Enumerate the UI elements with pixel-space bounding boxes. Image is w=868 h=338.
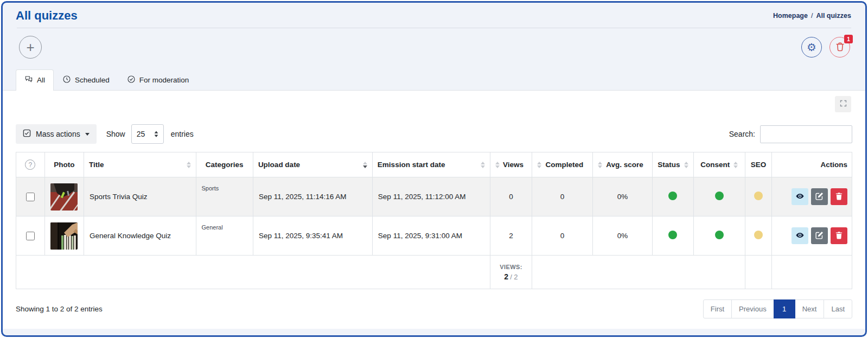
showing-entries-text: Showing 1 to 2 of 2 entries — [16, 305, 103, 313]
row-checkbox[interactable] — [26, 193, 35, 201]
help-icon[interactable]: ? — [25, 160, 35, 170]
sort-icon — [537, 162, 541, 168]
header-avg-score[interactable]: Avg. score — [592, 152, 653, 177]
row-actions — [792, 188, 847, 205]
quiz-upload-date: Sep 11, 2025, 9:35:41 AM — [253, 216, 372, 256]
quiz-category: Sports — [196, 177, 253, 216]
table-row: General Knowledge Quiz General Sep 11, 2… — [16, 216, 852, 256]
tab-for-moderation-label: For moderation — [139, 76, 189, 84]
sort-icon — [733, 162, 738, 168]
header-emission-start-date[interactable]: Emission start date — [372, 152, 490, 177]
quiz-views: 0 — [490, 177, 532, 216]
page-size-value: 25 — [137, 130, 145, 138]
quiz-views: 2 — [490, 216, 532, 256]
edit-button[interactable] — [811, 188, 828, 205]
edit-pencil-icon — [815, 231, 824, 241]
seo-indicator — [754, 231, 763, 239]
edit-pencil-icon — [815, 192, 824, 202]
breadcrumb-separator: / — [811, 12, 813, 20]
sort-icon — [598, 162, 602, 168]
pagination-last[interactable]: Last — [824, 299, 852, 318]
header-title[interactable]: Title — [84, 152, 196, 177]
show-label: Show — [106, 130, 125, 138]
pagination-first[interactable]: First — [703, 299, 732, 318]
header-categories: Categories — [196, 152, 253, 177]
quiz-category: General — [196, 216, 253, 256]
page-title: All quizzes — [16, 9, 78, 23]
tab-scheduled-label: Scheduled — [75, 76, 110, 84]
delete-button[interactable] — [831, 227, 847, 244]
pagination: First Previous 1 Next Last — [703, 299, 852, 318]
quiz-photo-general — [50, 222, 78, 250]
breadcrumb-home[interactable]: Homepage — [773, 12, 808, 20]
breadcrumb-current: All quizzes — [816, 12, 851, 20]
sort-icon — [481, 162, 485, 168]
quiz-title: General Knowledge Quiz — [84, 216, 196, 256]
pagination-page-1[interactable]: 1 — [774, 299, 795, 318]
quiz-completed: 0 — [532, 177, 593, 216]
eye-icon — [795, 192, 805, 202]
header-views[interactable]: Views — [490, 152, 532, 177]
trash-icon — [835, 41, 845, 53]
panel-tools — [16, 91, 852, 112]
tab-all[interactable]: All — [16, 69, 54, 91]
content-panel: Mass actions Show 25 entries Search: — [3, 90, 865, 329]
trash-count-badge: 1 — [844, 35, 853, 43]
quizzes-table: ? Photo Title Categories Upload date Emi… — [16, 152, 852, 289]
quiz-avg-score: 0% — [592, 177, 653, 216]
plus-icon: + — [26, 40, 34, 54]
table-row: Sports Trivia Quiz Sports Sep 11, 2025, … — [16, 177, 852, 216]
header-seo: SEO — [745, 152, 772, 177]
mass-actions-label: Mass actions — [36, 130, 80, 138]
delete-button[interactable] — [831, 188, 847, 205]
eye-icon — [795, 231, 805, 241]
trash-bin-button[interactable]: 1 — [829, 37, 850, 58]
checkbox-icon — [23, 129, 31, 139]
tab-scheduled[interactable]: Scheduled — [54, 69, 118, 91]
header-upload-date[interactable]: Upload date — [253, 152, 372, 177]
sort-icon — [187, 162, 191, 168]
header-completed[interactable]: Completed — [532, 152, 593, 177]
search-input[interactable] — [760, 125, 852, 143]
header-consent[interactable]: Consent — [693, 152, 745, 177]
add-quiz-button[interactable]: + — [19, 36, 42, 59]
bottom-bar: Showing 1 to 2 of 2 entries First Previo… — [16, 299, 852, 318]
quiz-photo-sports — [50, 183, 78, 211]
header-photo: Photo — [44, 152, 84, 177]
pagination-previous[interactable]: Previous — [731, 299, 774, 318]
table-controls: Mass actions Show 25 entries Search: — [16, 124, 852, 144]
mass-actions-button[interactable]: Mass actions — [16, 124, 97, 144]
consent-indicator — [715, 231, 724, 239]
seo-indicator — [754, 192, 763, 200]
tab-bar: All Scheduled For moderation — [3, 69, 865, 91]
check-circle-icon — [127, 75, 136, 85]
view-button[interactable] — [792, 188, 808, 205]
status-indicator — [668, 192, 677, 200]
caret-down-icon — [85, 133, 90, 136]
trash-icon — [834, 231, 844, 241]
breadcrumb: Homepage/All quizzes — [773, 12, 851, 20]
page-size-select[interactable]: 25 — [131, 124, 164, 144]
tab-all-label: All — [37, 76, 45, 84]
fullscreen-button[interactable] — [835, 96, 851, 112]
row-checkbox[interactable] — [26, 232, 35, 240]
table-footer: VIEWS: 2/ 2 — [16, 256, 852, 289]
quiz-emission-date: Sep 11, 2025, 9:31:00 AM — [372, 216, 490, 256]
edit-button[interactable] — [811, 227, 828, 244]
page-header: All quizzes Homepage/All quizzes — [3, 3, 865, 28]
views-total: VIEWS: 2/ 2 — [490, 256, 532, 289]
view-button[interactable] — [792, 227, 808, 244]
gear-icon: ⚙ — [807, 41, 816, 54]
trash-icon — [834, 192, 844, 202]
row-actions — [792, 227, 847, 244]
pagination-next[interactable]: Next — [795, 299, 825, 318]
status-indicator — [668, 231, 677, 239]
settings-button[interactable]: ⚙ — [801, 37, 822, 58]
tab-for-moderation[interactable]: For moderation — [118, 69, 198, 91]
quiz-emission-date: Sep 11, 2025, 11:12:00 AM — [372, 177, 490, 216]
toolbar: + ⚙ 1 — [3, 28, 865, 59]
consent-indicator — [715, 192, 724, 200]
search-label: Search: — [729, 130, 755, 138]
header-status[interactable]: Status — [653, 152, 693, 177]
sort-icon-active — [363, 162, 367, 168]
